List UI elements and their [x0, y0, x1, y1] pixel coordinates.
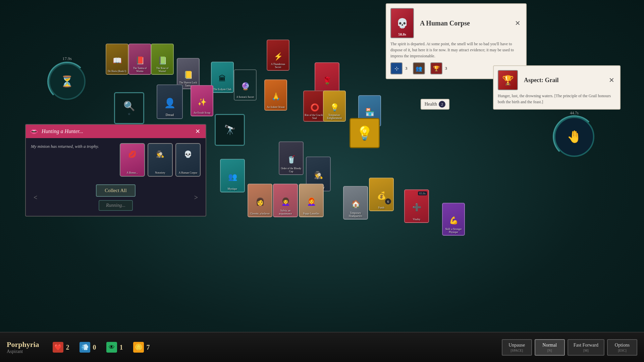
card-tantra[interactable]: 📕 The Tantra of Worms [128, 44, 151, 75]
verb-slot-2[interactable]: 44.7s 🤚 [554, 117, 594, 157]
card-clovette[interactable]: 👩 Clovette, a believer [248, 184, 272, 217]
clovette-icon: 👩 [256, 197, 265, 206]
card-poppy[interactable]: 👩‍🦰 Poppy Lasselles [299, 184, 324, 217]
prev-arrow[interactable]: < [31, 192, 40, 203]
unpause-label: Unpause [508, 343, 525, 348]
grail-close-button[interactable]: ✕ [607, 76, 616, 84]
hourglass-icon: ⏳ [60, 75, 74, 88]
card-thunderous[interactable]: ⚡ A Thunderous Secret [267, 40, 289, 71]
card-temptation[interactable]: 💡 Temptation: Enlightenment [323, 90, 346, 122]
corpse-close-button[interactable]: ✕ [514, 19, 522, 27]
card-de-horis[interactable]: 📖 De Horis (Book I) [106, 44, 128, 75]
card-label-skill: Skill: a Stronger Physique [443, 228, 464, 234]
card-label-order: Order of the Bloody Cup [280, 167, 302, 173]
running-button[interactable]: Running... [99, 200, 133, 211]
fast-forward-button[interactable]: Fast Forward [M] [568, 339, 604, 356]
card-order[interactable]: 🥤 Order of the Bloody Cup [279, 141, 304, 175]
unpause-shortcut: [SPACE] [508, 349, 526, 352]
aspect-count-1: 3 [405, 66, 408, 71]
funds-stat-value: 7 [147, 344, 150, 351]
lips-icon: 👄 [30, 127, 38, 135]
secret-icon: 🔮 [241, 82, 250, 91]
aspect-badge-1: ⊹ [390, 62, 402, 74]
card-funds[interactable]: 💰 6 Funds [369, 178, 394, 211]
stat-reason: 👁 1 [106, 342, 123, 353]
reward-card-2[interactable]: 🕵 Notoriety [148, 143, 173, 177]
wind-icon: 💨 [79, 342, 90, 353]
shop-icon: 🏪 [365, 108, 374, 117]
dread-icon: 👤 [164, 98, 176, 109]
verb-slot-work[interactable]: 17.9s ⏳ [49, 63, 86, 100]
corpse-small-icon: 💀 [184, 150, 192, 158]
card-dread[interactable]: 👤 Dread [157, 84, 183, 119]
card-skill[interactable]: 💪 Skill: a Stronger Physique [442, 203, 465, 236]
timer2-display: 44.7s [570, 111, 579, 116]
hunting-footer: < Collect All Running... > [26, 182, 206, 216]
options-button[interactable]: Options [ESC] [607, 339, 637, 356]
stats-bar: ❤️ 2 💨 0 👁 1 🪙 7 [53, 342, 502, 353]
poppy-icon: 👩‍🦰 [307, 197, 316, 206]
health-stat-value: 2 [66, 344, 69, 351]
card-label-sylvia: Sylvia, an acquaintance [274, 209, 297, 215]
card-label-temp-hq: Temporary Headquarters [344, 212, 367, 218]
vitality-icon: ➕ [412, 203, 421, 212]
normal-speed-button[interactable]: Normal [N] [535, 339, 565, 356]
card-ecdyste[interactable]: 🏛 The Ecdyste Club [211, 62, 234, 93]
card-label-sextons: A Sexton's Secret [235, 96, 255, 99]
collect-all-button[interactable]: Collect All [96, 184, 135, 197]
options-label: Options [615, 343, 630, 348]
hunting-close-button[interactable]: ✕ [194, 128, 202, 135]
card-label-dread: Dread [158, 113, 181, 117]
heart-icon: ❤️ [53, 342, 63, 353]
grail-preview-icon: 🏆 [502, 75, 514, 86]
aspect-badge-2: 👥 [413, 62, 425, 74]
hunting-reward-cards: 💋 A Bonus... 🕵 Notoriety 💀 A Human Corps… [120, 143, 201, 177]
book3-icon: 📗 [158, 56, 167, 65]
card-mystique[interactable]: 👥 Mystique [220, 159, 245, 192]
skill-icon: 💪 [449, 216, 458, 225]
aspect-badge-3: 🏆 [430, 62, 442, 74]
card-rose[interactable]: 📗 The Rose of Waznel [151, 44, 174, 75]
card-temp-hq[interactable]: 🏠 Temporary Headquarters [343, 186, 368, 220]
unpause-button[interactable]: Unpause [SPACE] [502, 339, 532, 356]
rite-icon: ⭕ [310, 103, 319, 112]
card-label-vitality: Vitality [406, 218, 428, 221]
telescope-icon: 🔭 [224, 124, 236, 135]
order-icon: 🥤 [287, 155, 296, 164]
coin-icon: 🪙 [133, 342, 144, 353]
card-label-mystique: Mystique [221, 187, 244, 190]
verb-slot-study[interactable]: 🔍 ☆ [114, 92, 144, 124]
card-ardent[interactable]: 🙏 An Ardent Orison [264, 79, 287, 111]
study-icon: 🔍 [123, 101, 135, 112]
hand-icon: 🤚 [567, 130, 582, 144]
aspect-count-3: 3 [445, 66, 447, 71]
card-label-ecdyste: The Ecdyste Club [212, 88, 232, 91]
sylvia-icon: 👩‍🦱 [281, 197, 290, 206]
reward-icon-1: 💋 [128, 150, 137, 158]
study-label: ☆ [128, 112, 130, 116]
card-sextons[interactable]: 🔮 A Sexton's Secret [234, 69, 257, 101]
next-arrow[interactable]: > [192, 192, 201, 203]
reward-card-1[interactable]: 💋 A Bonus... [120, 143, 145, 177]
reward-label-2: Notoriety [149, 172, 171, 175]
verb-slot-observe[interactable]: 🔭 [215, 114, 245, 146]
control-buttons: Unpause [SPACE] Normal [N] Fast Forward … [502, 339, 637, 356]
card-label-de-horis: De Horis (Book I) [107, 70, 127, 73]
card-label-tantra: The Tantra of Worms [130, 67, 150, 73]
game-board: 17.9s ⏳ 🔍 ☆ 📖 De Horis (Book I) 📕 The Ta… [0, 0, 644, 362]
card-sylvia[interactable]: 👩‍🦱 Sylvia, an acquaintance [273, 184, 298, 217]
stat-health: ❤️ 2 [53, 342, 69, 353]
card-label-ardent: An Ardent Orison [266, 106, 286, 109]
corpse-title: A Human Corpse [420, 19, 510, 27]
card-rite[interactable]: ⭕ Rite of the Crucible Soul [303, 90, 326, 122]
reward-card-corpse[interactable]: 💀 A Human Corpse [175, 143, 201, 177]
grail-tooltip: 🏆 Aspect: Grail ✕ Hunger, lust, the drow… [493, 65, 621, 110]
card-label-funds: Funds [370, 206, 392, 209]
card-idea-verb[interactable]: 💡 [350, 118, 380, 148]
card-occult[interactable]: ✨ An Occult Scrap [191, 85, 213, 116]
bottom-bar: Porphyria Aspirant ❤️ 2 💨 0 👁 1 🪙 7 [0, 332, 644, 362]
hunting-body: My minion has returned, with a trophy. 💋… [26, 138, 206, 182]
book2-icon: 📕 [136, 56, 145, 65]
mystique-icon: 👥 [228, 173, 237, 181]
card-vitality[interactable]: ➕ 83.8s Vitality [404, 189, 429, 223]
